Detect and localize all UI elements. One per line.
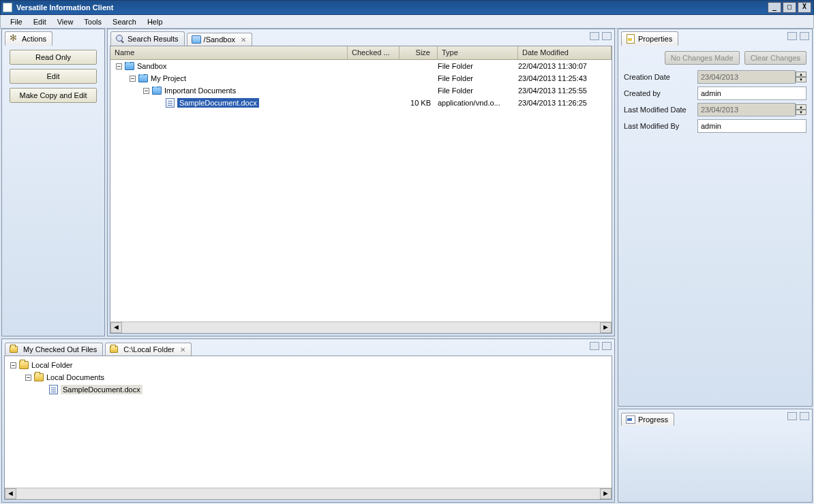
tab-properties-label: Properties xyxy=(638,35,672,43)
col-name[interactable]: Name xyxy=(110,46,348,59)
folder-icon xyxy=(125,62,134,70)
document-icon xyxy=(166,98,175,108)
window-titlebar: Versatile Information Client _ □ X xyxy=(0,0,814,15)
row-date: 22/04/2013 11:30:07 xyxy=(518,62,612,70)
progress-pane: Progress xyxy=(618,409,813,503)
properties-pane: Properties No Changes Made Clear Changes… xyxy=(618,29,813,407)
tree-toggle[interactable]: − xyxy=(10,362,16,368)
table-row[interactable]: −SandboxFile Folder22/04/2013 11:30:07 xyxy=(110,60,612,72)
close-icon[interactable]: ✕ xyxy=(180,346,185,353)
stepper-up[interactable]: ▲ xyxy=(796,72,807,77)
item-name: Local Documents xyxy=(46,373,104,381)
menu-view[interactable]: View xyxy=(52,16,79,27)
tree-toggle[interactable]: − xyxy=(143,88,149,94)
no-changes-button[interactable]: No Changes Made xyxy=(665,51,740,65)
label-created-by: Created by xyxy=(624,89,697,97)
window-close-button[interactable]: X xyxy=(798,2,811,13)
view-maximize-icon[interactable] xyxy=(602,342,612,350)
table-row[interactable]: −My ProjectFile Folder23/04/2013 11:25:4… xyxy=(110,72,612,84)
tree-toggle[interactable]: − xyxy=(116,63,122,69)
row-name: Sandbox xyxy=(137,62,166,70)
view-maximize-icon[interactable] xyxy=(800,32,809,40)
view-maximize-icon[interactable] xyxy=(800,412,809,420)
tree-header: Name Checked ... Size Type Date Modified xyxy=(110,46,612,60)
row-date: 23/04/2013 11:25:55 xyxy=(518,86,612,95)
menu-search[interactable]: Search xyxy=(107,16,142,27)
row-name: SampleDocument.docx xyxy=(177,99,259,107)
input-created-by[interactable]: admin xyxy=(697,86,807,100)
progress-icon xyxy=(626,415,635,424)
input-creation-date: 23/04/2013 xyxy=(697,70,796,84)
menu-edit[interactable]: Edit xyxy=(28,16,52,27)
row-type: File Folder xyxy=(438,62,518,70)
app-icon xyxy=(3,3,12,12)
edit-button[interactable]: Edit xyxy=(10,69,97,84)
view-minimize-icon[interactable] xyxy=(590,342,599,350)
folder-icon xyxy=(192,35,201,44)
tab-my-checked-out[interactable]: My Checked Out Files xyxy=(5,343,103,356)
tab-progress[interactable]: Progress xyxy=(621,413,674,426)
read-only-button[interactable]: Read Only xyxy=(10,50,97,65)
label-last-modified-date: Last Modified Date xyxy=(624,106,697,114)
tab-my-checked-out-label: My Checked Out Files xyxy=(23,345,97,353)
make-copy-edit-button[interactable]: Make Copy and Edit xyxy=(10,88,97,103)
menu-file[interactable]: File xyxy=(5,16,28,27)
tab-properties[interactable]: Properties xyxy=(621,31,678,46)
menu-tools[interactable]: Tools xyxy=(78,16,107,27)
item-name: SampleDocument.docx xyxy=(61,385,142,394)
tab-sandbox[interactable]: /Sandbox ✕ xyxy=(187,33,252,46)
menubar: File Edit View Tools Search Help xyxy=(0,15,814,29)
tab-actions[interactable]: Actions xyxy=(5,31,52,46)
menu-help[interactable]: Help xyxy=(142,16,168,27)
label-last-modified-by: Last Modified By xyxy=(624,122,697,130)
view-minimize-icon[interactable] xyxy=(787,412,797,420)
stepper-up[interactable]: ▲ xyxy=(796,104,807,110)
close-icon[interactable]: ✕ xyxy=(241,36,246,44)
window-minimize-button[interactable]: _ xyxy=(768,2,781,13)
stepper-down[interactable]: ▼ xyxy=(796,110,807,115)
scroll-left-arrow[interactable]: ◄ xyxy=(110,322,122,333)
list-item[interactable]: −Local Documents xyxy=(7,371,609,383)
view-maximize-icon[interactable] xyxy=(602,32,612,40)
actions-pane: Actions Read Only Edit Make Copy and Edi… xyxy=(1,29,105,336)
scroll-left-arrow[interactable]: ◄ xyxy=(5,488,16,499)
window-maximize-button[interactable]: □ xyxy=(783,2,796,13)
tab-search-results[interactable]: Search Results xyxy=(110,31,185,46)
tab-local-folder[interactable]: C:\Local Folder ✕ xyxy=(105,343,192,356)
tree-toggle[interactable]: − xyxy=(25,375,31,381)
scroll-right-arrow[interactable]: ► xyxy=(600,322,612,333)
folder-icon xyxy=(10,346,18,353)
row-name: Important Documents xyxy=(164,86,236,95)
search-icon xyxy=(115,34,125,44)
tab-sandbox-label: /Sandbox xyxy=(204,35,235,44)
row-date: 23/04/2013 11:26:25 xyxy=(518,99,612,107)
table-row[interactable]: −Important DocumentsFile Folder23/04/201… xyxy=(110,84,612,97)
view-minimize-icon[interactable] xyxy=(590,32,599,40)
folder-icon xyxy=(110,346,118,353)
input-last-modified-date: 23/04/2013 xyxy=(697,103,796,116)
table-row[interactable]: SampleDocument.docx10 KBapplication/vnd.… xyxy=(110,97,612,109)
local-pane: My Checked Out Files C:\Local Folder ✕ −… xyxy=(1,338,615,503)
col-checked[interactable]: Checked ... xyxy=(348,46,400,59)
horizontal-scrollbar[interactable]: ◄ ► xyxy=(5,488,612,499)
list-item[interactable]: SampleDocument.docx xyxy=(7,383,609,396)
browser-pane: Search Results /Sandbox ✕ Name Checked .… xyxy=(107,29,615,336)
col-type[interactable]: Type xyxy=(438,46,518,59)
col-date[interactable]: Date Modified xyxy=(518,46,612,59)
row-date: 23/04/2013 11:25:43 xyxy=(518,74,612,82)
clear-changes-button[interactable]: Clear Changes xyxy=(744,51,807,65)
stepper-down[interactable]: ▼ xyxy=(796,77,807,82)
folder-icon xyxy=(152,86,162,95)
col-size[interactable]: Size xyxy=(400,46,438,59)
horizontal-scrollbar[interactable]: ◄ ► xyxy=(110,321,612,333)
list-item[interactable]: −Local Folder xyxy=(7,359,609,371)
input-last-modified-by[interactable]: admin xyxy=(697,119,807,133)
row-size: 10 KB xyxy=(400,99,438,107)
tab-search-results-label: Search Results xyxy=(127,35,179,43)
tree-toggle[interactable]: − xyxy=(130,76,136,82)
tab-actions-label: Actions xyxy=(22,35,46,43)
scroll-right-arrow[interactable]: ► xyxy=(600,488,612,499)
view-minimize-icon[interactable] xyxy=(787,32,797,40)
label-creation-date: Creation Date xyxy=(624,73,697,81)
tab-progress-label: Progress xyxy=(638,415,668,424)
